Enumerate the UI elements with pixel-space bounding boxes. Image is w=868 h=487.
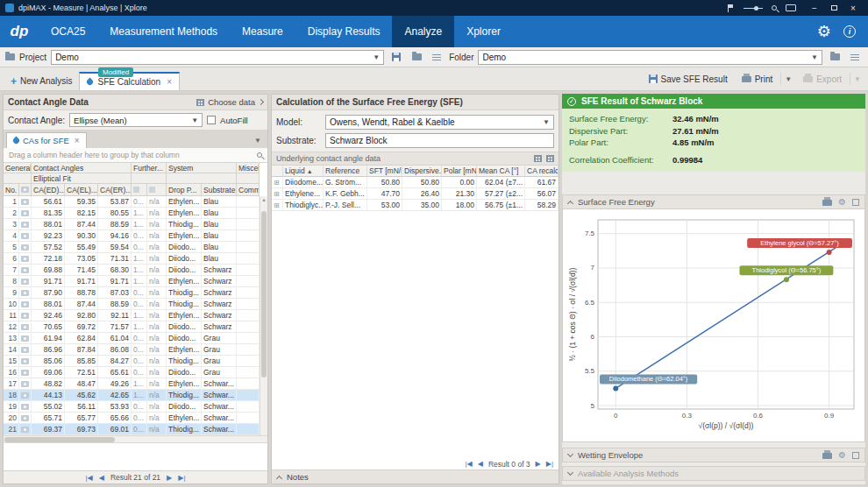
print-options-caret[interactable]: ▼ (780, 73, 795, 85)
flag-icon[interactable] (728, 4, 735, 12)
card-view-icon[interactable] (546, 155, 554, 162)
table-row[interactable]: 2065.7165.7765.660...n/aEthylen...Schwar… (4, 413, 260, 424)
menu-item-oca25[interactable]: OCA25 (39, 16, 97, 47)
menu-item-xplorer[interactable]: Xplorer (454, 16, 513, 47)
col-header-polar[interactable]: Polar [mN... (442, 166, 477, 177)
save-sfe-result-button[interactable]: Save SFE Result (643, 69, 734, 88)
col-header-ca-el[interactable]: CA(EL)... (65, 184, 98, 196)
col-group[interactable]: Contact Angles (32, 163, 132, 173)
table-row[interactable]: 1748.8248.4749.261...n/aEthylen...Schwar… (4, 378, 260, 390)
table-row[interactable]: ⊞Thiodiglyc...P.-J. Sell...53.0035.0018.… (272, 200, 559, 211)
new-folder-button[interactable] (827, 49, 843, 65)
table-row[interactable]: 281.3582.1580.551...n/aEthylen...Blau (4, 208, 260, 219)
wetting-envelope-section-bar[interactable]: Wetting Envelope ⚙ (562, 448, 865, 462)
available-analysis-methods-section-bar[interactable]: Available Analysis Methods (562, 466, 865, 481)
model-select[interactable]: Owens, Wendt, Rabel & Kaelble ▼ (325, 115, 554, 130)
last-page-button[interactable]: ▶| (546, 460, 553, 468)
export-button[interactable]: Export (797, 69, 848, 88)
col-header-ca-ed[interactable]: CA(ED)... (32, 184, 65, 196)
table-row[interactable]: 1844.1345.6242.651...n/aThiodig...Schwar… (4, 390, 260, 401)
col-group[interactable]: System (167, 163, 237, 173)
table-row[interactable]: 1088.0187.4488.590...n/aThiodig...Schwar… (4, 299, 260, 310)
col-header-dispersive[interactable]: Dispersive... (402, 166, 442, 177)
horizontal-scrollbar[interactable] (4, 435, 267, 443)
menu-item-measure[interactable]: Measure (230, 16, 295, 47)
folder-select[interactable]: Demo ▼ (478, 50, 822, 65)
table-row[interactable]: 2169.3769.7369.010...n/aThiodig...Schwar… (4, 424, 260, 435)
next-page-button[interactable]: ▶ (536, 460, 541, 468)
next-page-button[interactable]: ▶ (167, 474, 172, 482)
close-tab-icon[interactable]: × (75, 136, 80, 145)
zoom-icon[interactable] (772, 5, 777, 11)
project-select[interactable]: Demo ▼ (51, 50, 384, 65)
table-row[interactable]: 388.0187.4488.591...n/aThiodig...Blau (4, 219, 260, 230)
col-group[interactable]: General (4, 163, 32, 173)
choose-data-button[interactable]: Choose data (196, 97, 263, 107)
table-row[interactable]: 769.8871.4568.301...n/aDiiodo...Schwarz (4, 265, 260, 276)
maximize-button[interactable] (824, 0, 843, 16)
col-group[interactable]: Further... (132, 163, 167, 173)
scrollbar-thumb[interactable] (261, 211, 267, 378)
fullscreen-icon[interactable] (852, 452, 859, 459)
minimize-button[interactable]: − (805, 0, 824, 16)
brightness-slider[interactable] (743, 4, 763, 12)
prev-page-button[interactable]: ◀ (99, 474, 104, 482)
prev-page-button[interactable]: ◀ (478, 460, 483, 468)
fullscreen-icon[interactable] (852, 199, 859, 206)
col-header-comment[interactable]: Comm... (237, 184, 260, 196)
menu-item-display-results[interactable]: Display Results (295, 16, 393, 47)
col-header-ca-er[interactable]: CA(ER)... (98, 184, 132, 196)
table-row[interactable]: 156.6159.3553.870...n/aEthylen...Blau (4, 196, 260, 208)
printer-icon[interactable] (822, 199, 832, 206)
table-row[interactable]: 1192.4692.8092.111...n/aEthylen...Schwar… (4, 310, 260, 321)
col-header-image[interactable] (19, 184, 32, 196)
autofill-checkbox[interactable] (207, 116, 216, 124)
col-subgroup[interactable]: Elliptical Fit (32, 173, 132, 184)
col-header-ca-recalc[interactable]: CA recalc... (525, 166, 559, 177)
info-icon[interactable]: i (843, 25, 856, 38)
table-row[interactable]: ⊞Diiodome...G. Ström...50.8050.800.0062.… (272, 177, 559, 188)
table-row[interactable]: 492.2390.3094.160...n/aEthylen...Blau (4, 230, 260, 242)
col-header-mean-ca[interactable]: Mean CA [°] (477, 166, 525, 177)
col-header-substrate[interactable]: Substrate (202, 184, 237, 196)
col-group[interactable]: Miscell... (237, 163, 260, 173)
col-header-drop-phase[interactable]: Drop P... (167, 184, 202, 196)
tab-cas-for-sfe[interactable]: CAs for SFE × (6, 132, 87, 148)
keyboard-icon[interactable] (786, 4, 796, 11)
table-row[interactable]: 1955.0256.1153.930...n/aDiiodo...Schwar.… (4, 401, 260, 413)
table-row[interactable]: 987.9088.7887.030...n/aThiodig...Schwarz (4, 287, 260, 299)
col-header-sft[interactable]: SFT [mN/m] (367, 166, 402, 177)
export-options-caret[interactable]: ▼ (850, 73, 864, 85)
vertical-scrollbar[interactable]: ▲ (260, 196, 267, 435)
gear-icon[interactable]: ⚙ (838, 198, 846, 207)
project-tree-button[interactable] (429, 49, 445, 65)
tab-list-caret[interactable]: ▼ (254, 137, 265, 148)
scroll-up-icon[interactable]: ▲ (260, 196, 267, 203)
table-row[interactable]: 1270.6569.7271.571...n/aDiiodo...Schwarz (4, 321, 260, 333)
col-header-no[interactable]: No. (4, 184, 19, 196)
col-header-misc2[interactable] (147, 184, 167, 196)
table-view-icon[interactable] (534, 155, 542, 162)
table-row[interactable]: 1669.0672.5165.610...n/aDiiodo...Grau (4, 367, 260, 378)
scrollbar-thumb[interactable] (4, 437, 115, 442)
menu-item-measurement-methods[interactable]: Measurement Methods (97, 16, 230, 47)
contact-angle-select[interactable]: Ellipse (Mean) ▼ (69, 113, 203, 127)
table-row[interactable]: 1585.0685.8584.270...n/aThiodig...Grau (4, 356, 260, 367)
menu-item-analyze[interactable]: Analyze (392, 16, 454, 47)
search-icon[interactable] (257, 152, 262, 158)
table-row[interactable]: 1361.9462.8461.040...n/aDiiodo...Grau (4, 333, 260, 344)
col-header-liquid[interactable]: Liquid▲ (283, 166, 324, 177)
print-button[interactable]: Print (736, 69, 779, 88)
notes-section-bar[interactable]: Notes (272, 469, 559, 483)
last-page-button[interactable]: ▶| (178, 474, 185, 482)
col-header-misc1[interactable] (132, 184, 147, 196)
tab-new-analysis[interactable]: + New Analysis (4, 72, 79, 90)
first-page-button[interactable]: |◀ (465, 460, 472, 468)
settings-gear-icon[interactable]: ⚙ (817, 24, 831, 39)
table-row[interactable]: 891.7191.7191.711...n/aEthylen...Schwarz (4, 276, 260, 287)
surface-free-energy-section-bar[interactable]: Surface Free Energy ⚙ (562, 194, 865, 209)
first-page-button[interactable]: |◀ (86, 474, 93, 482)
table-row[interactable]: ⊞Ethylene...K.F. Gebh...47.7026.4021.305… (272, 188, 559, 200)
new-project-button[interactable] (409, 49, 424, 65)
close-button[interactable]: × (843, 0, 863, 16)
